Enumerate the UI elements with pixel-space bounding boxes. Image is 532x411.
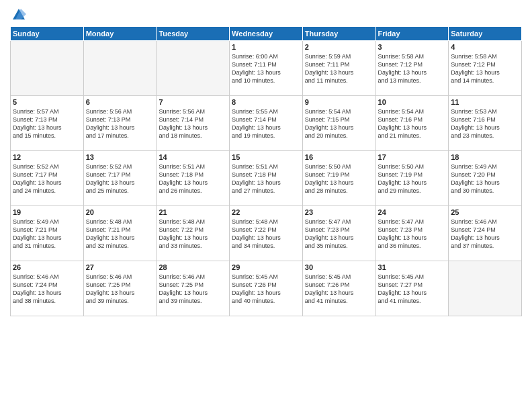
- day-number: 19: [13, 208, 81, 216]
- day-number: 10: [378, 98, 447, 106]
- day-number: 3: [378, 43, 447, 51]
- calendar-day-header: Wednesday: [230, 26, 303, 40]
- day-info: Sunrise: 5:55 AM Sunset: 7:14 PM Dayligh…: [232, 107, 300, 140]
- header: [10, 7, 522, 22]
- calendar-day-cell: 13Sunrise: 5:52 AM Sunset: 7:17 PM Dayli…: [83, 150, 157, 205]
- day-info: Sunrise: 5:45 AM Sunset: 7:26 PM Dayligh…: [305, 273, 373, 306]
- day-number: 17: [378, 153, 447, 161]
- day-info: Sunrise: 5:51 AM Sunset: 7:18 PM Dayligh…: [159, 163, 227, 195]
- day-number: 26: [13, 263, 81, 271]
- calendar-day-header: Monday: [83, 26, 157, 40]
- day-number: 7: [159, 98, 227, 106]
- day-info: Sunrise: 5:48 AM Sunset: 7:22 PM Dayligh…: [232, 218, 300, 250]
- calendar-day-cell: 30Sunrise: 5:45 AM Sunset: 7:26 PM Dayli…: [302, 261, 375, 316]
- day-info: Sunrise: 5:49 AM Sunset: 7:20 PM Dayligh…: [451, 163, 519, 195]
- day-number: 15: [232, 153, 300, 161]
- calendar-day-cell: 18Sunrise: 5:49 AM Sunset: 7:20 PM Dayli…: [449, 150, 522, 205]
- calendar-day-header: Friday: [375, 26, 449, 40]
- calendar-day-cell: 15Sunrise: 5:51 AM Sunset: 7:18 PM Dayli…: [230, 150, 303, 205]
- day-info: Sunrise: 5:46 AM Sunset: 7:25 PM Dayligh…: [86, 273, 154, 306]
- calendar-week-row: 12Sunrise: 5:52 AM Sunset: 7:17 PM Dayli…: [11, 150, 522, 205]
- day-number: 16: [305, 153, 373, 161]
- day-info: Sunrise: 5:51 AM Sunset: 7:18 PM Dayligh…: [232, 163, 300, 195]
- calendar-week-row: 26Sunrise: 5:46 AM Sunset: 7:24 PM Dayli…: [11, 261, 522, 316]
- day-number: 4: [451, 43, 519, 51]
- calendar-week-row: 1Sunrise: 6:00 AM Sunset: 7:11 PM Daylig…: [11, 40, 522, 95]
- day-number: 11: [451, 98, 519, 106]
- day-number: 25: [451, 208, 519, 216]
- day-number: 24: [378, 208, 447, 216]
- day-info: Sunrise: 5:47 AM Sunset: 7:23 PM Dayligh…: [378, 218, 447, 250]
- day-info: Sunrise: 5:56 AM Sunset: 7:13 PM Dayligh…: [86, 107, 154, 140]
- day-info: Sunrise: 5:58 AM Sunset: 7:12 PM Dayligh…: [378, 52, 447, 85]
- day-number: 30: [305, 263, 373, 271]
- day-number: 21: [159, 208, 227, 216]
- calendar-day-cell: 4Sunrise: 5:58 AM Sunset: 7:12 PM Daylig…: [449, 40, 522, 95]
- calendar-day-cell: [11, 40, 84, 95]
- day-info: Sunrise: 5:46 AM Sunset: 7:25 PM Dayligh…: [159, 273, 227, 306]
- day-info: Sunrise: 5:54 AM Sunset: 7:16 PM Dayligh…: [378, 107, 447, 140]
- day-info: Sunrise: 5:54 AM Sunset: 7:15 PM Dayligh…: [305, 107, 373, 140]
- day-number: 6: [86, 98, 154, 106]
- day-info: Sunrise: 5:46 AM Sunset: 7:24 PM Dayligh…: [451, 218, 519, 250]
- calendar-day-cell: [157, 40, 230, 95]
- day-info: Sunrise: 5:48 AM Sunset: 7:22 PM Dayligh…: [159, 218, 227, 250]
- day-info: Sunrise: 5:47 AM Sunset: 7:23 PM Dayligh…: [305, 218, 373, 250]
- calendar-day-cell: 14Sunrise: 5:51 AM Sunset: 7:18 PM Dayli…: [157, 150, 230, 205]
- calendar-day-cell: [83, 40, 157, 95]
- calendar-day-cell: 31Sunrise: 5:45 AM Sunset: 7:27 PM Dayli…: [375, 261, 449, 316]
- day-number: 2: [305, 43, 373, 51]
- calendar-day-header: Thursday: [302, 26, 375, 40]
- calendar-day-cell: 1Sunrise: 6:00 AM Sunset: 7:11 PM Daylig…: [230, 40, 303, 95]
- calendar-header-row: SundayMondayTuesdayWednesdayThursdayFrid…: [11, 26, 522, 40]
- day-number: 8: [232, 98, 300, 106]
- calendar-day-cell: 16Sunrise: 5:50 AM Sunset: 7:19 PM Dayli…: [302, 150, 375, 205]
- day-number: 23: [305, 208, 373, 216]
- day-info: Sunrise: 5:46 AM Sunset: 7:24 PM Dayligh…: [13, 273, 81, 306]
- calendar-day-header: Tuesday: [157, 26, 230, 40]
- day-number: 1: [232, 43, 300, 51]
- calendar-day-cell: 17Sunrise: 5:50 AM Sunset: 7:19 PM Dayli…: [375, 150, 449, 205]
- calendar-day-cell: 21Sunrise: 5:48 AM Sunset: 7:22 PM Dayli…: [157, 205, 230, 261]
- calendar-day-cell: 9Sunrise: 5:54 AM Sunset: 7:15 PM Daylig…: [302, 95, 375, 150]
- calendar-day-cell: 7Sunrise: 5:56 AM Sunset: 7:14 PM Daylig…: [157, 95, 230, 150]
- calendar-day-cell: 8Sunrise: 5:55 AM Sunset: 7:14 PM Daylig…: [230, 95, 303, 150]
- calendar-day-header: Sunday: [11, 26, 84, 40]
- logo: [10, 7, 28, 22]
- day-number: 12: [13, 153, 81, 161]
- calendar-day-cell: 23Sunrise: 5:47 AM Sunset: 7:23 PM Dayli…: [302, 205, 375, 261]
- calendar-week-row: 19Sunrise: 5:49 AM Sunset: 7:21 PM Dayli…: [11, 205, 522, 261]
- calendar-day-cell: 10Sunrise: 5:54 AM Sunset: 7:16 PM Dayli…: [375, 95, 449, 150]
- day-number: 29: [232, 263, 300, 271]
- day-number: 18: [451, 153, 519, 161]
- day-number: 22: [232, 208, 300, 216]
- day-number: 31: [378, 263, 447, 271]
- day-info: Sunrise: 5:52 AM Sunset: 7:17 PM Dayligh…: [86, 163, 154, 195]
- calendar-day-cell: 6Sunrise: 5:56 AM Sunset: 7:13 PM Daylig…: [83, 95, 157, 150]
- calendar-day-cell: [449, 261, 522, 316]
- calendar-table: SundayMondayTuesdayWednesdayThursdayFrid…: [10, 26, 522, 316]
- calendar-day-cell: 12Sunrise: 5:52 AM Sunset: 7:17 PM Dayli…: [11, 150, 84, 205]
- calendar-day-cell: 20Sunrise: 5:48 AM Sunset: 7:21 PM Dayli…: [83, 205, 157, 261]
- day-info: Sunrise: 5:49 AM Sunset: 7:21 PM Dayligh…: [13, 218, 81, 250]
- day-number: 13: [86, 153, 154, 161]
- day-number: 9: [305, 98, 373, 106]
- calendar-day-cell: 3Sunrise: 5:58 AM Sunset: 7:12 PM Daylig…: [375, 40, 449, 95]
- day-info: Sunrise: 5:45 AM Sunset: 7:26 PM Dayligh…: [232, 273, 300, 306]
- calendar-day-cell: 5Sunrise: 5:57 AM Sunset: 7:13 PM Daylig…: [11, 95, 84, 150]
- calendar-day-cell: 22Sunrise: 5:48 AM Sunset: 7:22 PM Dayli…: [230, 205, 303, 261]
- calendar-day-cell: 2Sunrise: 5:59 AM Sunset: 7:11 PM Daylig…: [302, 40, 375, 95]
- day-info: Sunrise: 5:48 AM Sunset: 7:21 PM Dayligh…: [86, 218, 154, 250]
- day-info: Sunrise: 5:53 AM Sunset: 7:16 PM Dayligh…: [451, 107, 519, 140]
- calendar-day-cell: 26Sunrise: 5:46 AM Sunset: 7:24 PM Dayli…: [11, 261, 84, 316]
- day-info: Sunrise: 5:56 AM Sunset: 7:14 PM Dayligh…: [159, 107, 227, 140]
- calendar-day-cell: 19Sunrise: 5:49 AM Sunset: 7:21 PM Dayli…: [11, 205, 84, 261]
- day-number: 28: [159, 263, 227, 271]
- calendar-day-cell: 27Sunrise: 5:46 AM Sunset: 7:25 PM Dayli…: [83, 261, 157, 316]
- day-number: 14: [159, 153, 227, 161]
- day-info: Sunrise: 6:00 AM Sunset: 7:11 PM Dayligh…: [232, 52, 300, 85]
- day-info: Sunrise: 5:57 AM Sunset: 7:13 PM Dayligh…: [13, 107, 81, 140]
- day-info: Sunrise: 5:58 AM Sunset: 7:12 PM Dayligh…: [451, 52, 519, 85]
- logo-icon: [11, 7, 26, 22]
- day-info: Sunrise: 5:50 AM Sunset: 7:19 PM Dayligh…: [378, 163, 447, 195]
